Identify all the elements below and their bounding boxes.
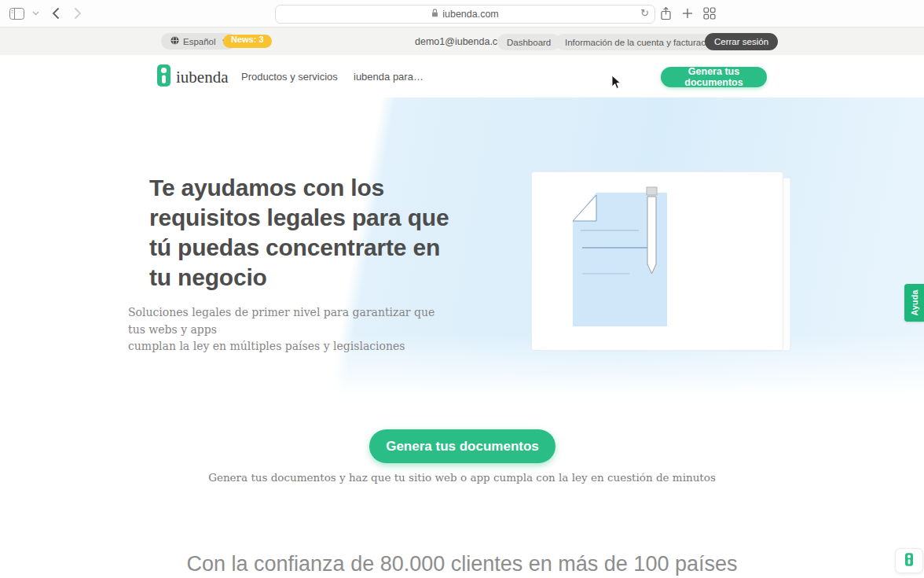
brand-wordmark: iubenda bbox=[176, 68, 228, 87]
iubenda-logo[interactable]: iubenda bbox=[157, 64, 228, 90]
back-icon[interactable] bbox=[52, 7, 60, 20]
generate-documents-main-button[interactable]: Genera tus documentos bbox=[369, 429, 556, 463]
help-widget-button[interactable] bbox=[895, 548, 923, 573]
hero-section: Te ayudamos con los requisitos legales p… bbox=[0, 98, 924, 399]
generate-documents-nav-button[interactable]: Genera tus documentos bbox=[661, 67, 767, 87]
nav-item-iubenda-for[interactable]: iubenda para… bbox=[354, 71, 424, 83]
news-badge[interactable]: News: 3 bbox=[223, 35, 272, 48]
nav-item-products[interactable]: Productos y servicios bbox=[241, 71, 338, 83]
main-nav: iubenda Productos y servicios iubenda pa… bbox=[0, 55, 924, 98]
page: iubenda.com ↻ Español ▼ News: 3 demo1@iu… bbox=[0, 0, 924, 578]
dashboard-button[interactable]: Dashboard bbox=[497, 34, 560, 50]
help-tab[interactable]: Ayuda bbox=[904, 284, 924, 322]
hero-title: Te ayudamos con los requisitos legales p… bbox=[149, 173, 464, 293]
hero-subtitle: Soluciones legales de primer nivel para … bbox=[128, 304, 442, 355]
forward-icon[interactable] bbox=[74, 7, 82, 20]
help-tab-label: Ayuda bbox=[910, 289, 919, 315]
tab-overview-icon[interactable] bbox=[703, 7, 716, 20]
sidebar-chevron-down-icon[interactable] bbox=[32, 11, 39, 16]
address-bar[interactable]: iubenda.com ↻ bbox=[275, 5, 655, 24]
sidebar-icon[interactable] bbox=[9, 8, 24, 20]
trust-heading: Con la confianza de 80.000 clientes en m… bbox=[0, 552, 924, 576]
globe-icon bbox=[170, 36, 179, 46]
account-bar: Español ▼ News: 3 demo1@iubenda.com Dash… bbox=[0, 28, 924, 56]
language-label: Español bbox=[183, 37, 216, 46]
share-icon[interactable] bbox=[660, 6, 672, 20]
browser-toolbar: iubenda.com ↻ bbox=[0, 0, 924, 28]
logout-button[interactable]: Cerrar sesión bbox=[705, 33, 778, 50]
document-illustration bbox=[531, 171, 798, 359]
address-url: iubenda.com bbox=[442, 9, 499, 20]
lock-icon bbox=[431, 9, 438, 20]
new-tab-icon[interactable] bbox=[682, 8, 693, 19]
iubenda-logo-icon bbox=[157, 64, 170, 90]
reload-icon[interactable]: ↻ bbox=[640, 7, 649, 19]
account-info-button[interactable]: Información de la cuenta y facturación bbox=[556, 34, 727, 50]
iubenda-widget-icon bbox=[905, 553, 913, 569]
cta-caption: Genera tus documentos y haz que tu sitio… bbox=[0, 471, 924, 484]
